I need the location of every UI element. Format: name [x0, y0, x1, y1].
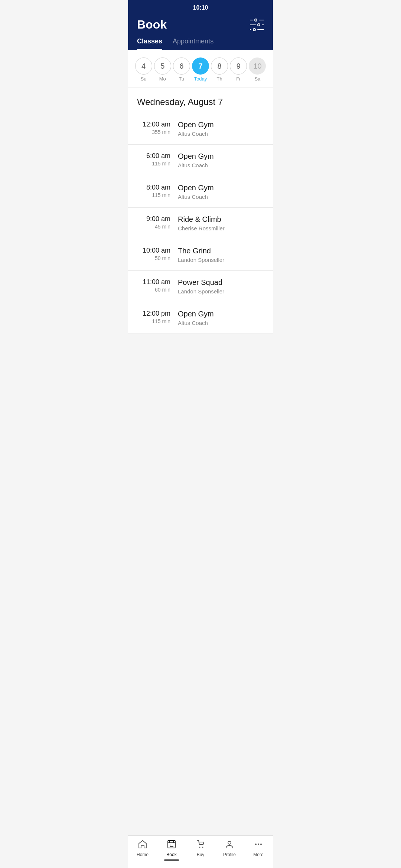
class-name-0: Open Gym [178, 121, 214, 129]
class-duration-1: 115 min [137, 161, 170, 167]
class-time-3: 9:00 am [137, 215, 170, 223]
day-number-7: 7 [192, 57, 209, 75]
class-name-3: Ride & Climb [178, 215, 225, 224]
day-label-8: Th [217, 76, 222, 82]
day-number-8: 8 [211, 57, 228, 75]
calendar-strip: 4 Su 5 Mo 6 Tu 7 Today 8 Th 9 Fr 10 Sa [128, 50, 273, 88]
class-coach-5: Landon Sponseller [178, 288, 224, 295]
calendar-day-9[interactable]: 9 Fr [229, 57, 247, 82]
class-list: 12:00 am 355 min Open Gym Altus Coach 6:… [128, 113, 273, 334]
class-duration-6: 115 min [137, 318, 170, 324]
tabs-bar: Classes Appointments [128, 32, 273, 50]
class-duration-4: 50 min [137, 255, 170, 261]
tab-classes[interactable]: Classes [137, 37, 162, 50]
class-item-3[interactable]: 9:00 am 45 min Ride & Climb Cherise Ross… [128, 208, 273, 239]
calendar-day-10[interactable]: 10 Sa [248, 57, 266, 82]
class-item-5[interactable]: 11:00 am 60 min Power Squad Landon Spons… [128, 271, 273, 302]
class-time-5: 11:00 am [137, 278, 170, 286]
class-name-4: The Grind [178, 247, 224, 255]
status-bar: 10:10 [128, 0, 273, 14]
calendar-day-4[interactable]: 4 Su [135, 57, 153, 82]
class-time-2: 8:00 am [137, 184, 170, 191]
day-label-6: Tu [179, 76, 184, 82]
day-number-10: 10 [249, 57, 266, 75]
day-label-10: Sa [254, 76, 260, 82]
class-duration-3: 45 min [137, 224, 170, 230]
class-time-4: 10:00 am [137, 247, 170, 254]
filter-icon[interactable] [250, 19, 264, 31]
class-item-2[interactable]: 8:00 am 115 min Open Gym Altus Coach [128, 176, 273, 208]
class-coach-1: Altus Coach [178, 162, 214, 168]
class-duration-5: 60 min [137, 287, 170, 293]
class-coach-0: Altus Coach [178, 131, 214, 137]
class-coach-3: Cherise Rossmiller [178, 225, 225, 231]
class-coach-6: Altus Coach [178, 320, 214, 326]
tab-appointments[interactable]: Appointments [173, 37, 213, 50]
day-number-6: 6 [173, 57, 190, 75]
day-label-4: Su [141, 76, 147, 82]
class-item-4[interactable]: 10:00 am 50 min The Grind Landon Sponsel… [128, 239, 273, 271]
class-duration-0: 355 min [137, 129, 170, 135]
class-coach-2: Altus Coach [178, 194, 214, 200]
calendar-day-5[interactable]: 5 Mo [154, 57, 172, 82]
calendar-day-6[interactable]: 6 Tu [173, 57, 190, 82]
calendar-day-7[interactable]: 7 Today [192, 57, 209, 82]
date-heading: Wednesday, August 7 [128, 88, 273, 113]
class-time-1: 6:00 am [137, 152, 170, 160]
class-time-0: 12:00 am [137, 121, 170, 128]
class-duration-2: 115 min [137, 192, 170, 198]
class-time-6: 12:00 pm [137, 310, 170, 318]
page-title: Book [137, 18, 167, 32]
day-label-9: Fr [236, 76, 241, 82]
header: Book [128, 14, 273, 32]
day-label-5: Mo [159, 76, 166, 82]
class-name-1: Open Gym [178, 152, 214, 161]
class-item-0[interactable]: 12:00 am 355 min Open Gym Altus Coach [128, 113, 273, 145]
day-number-9: 9 [230, 57, 247, 75]
class-item-1[interactable]: 6:00 am 115 min Open Gym Altus Coach [128, 145, 273, 176]
selected-date: Wednesday, August 7 [137, 97, 264, 107]
day-number-4: 4 [135, 57, 152, 75]
class-name-2: Open Gym [178, 184, 214, 192]
day-label-7: Today [194, 76, 207, 82]
class-coach-4: Landon Sponseller [178, 257, 224, 263]
day-number-5: 5 [154, 57, 171, 75]
class-item-6[interactable]: 12:00 pm 115 min Open Gym Altus Coach [128, 302, 273, 334]
calendar-day-8[interactable]: 8 Th [211, 57, 228, 82]
status-time: 10:10 [193, 4, 208, 11]
class-name-6: Open Gym [178, 310, 214, 318]
class-name-5: Power Squad [178, 278, 224, 287]
